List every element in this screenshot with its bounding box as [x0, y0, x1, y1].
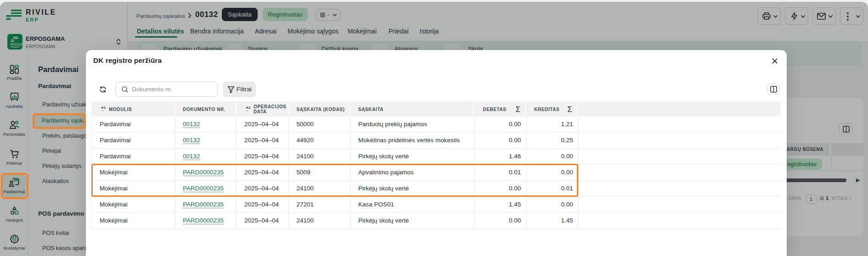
svg-text:2: 2 — [248, 106, 250, 110]
svg-text:1: 1 — [104, 106, 106, 110]
